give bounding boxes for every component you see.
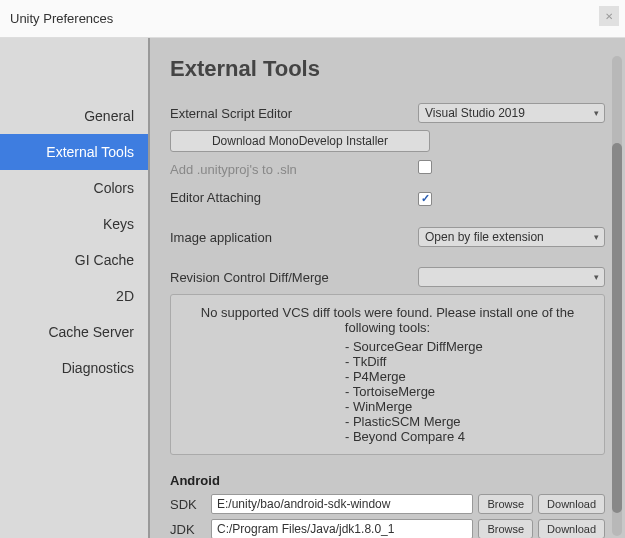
editor-attaching-label: Editor Attaching — [170, 190, 418, 205]
script-editor-value: Visual Studio 2019 — [425, 106, 525, 120]
download-monodevelop-button[interactable]: Download MonoDevelop Installer — [170, 130, 430, 152]
image-app-label: Image application — [170, 230, 418, 245]
jdk-input[interactable]: C:/Program Files/Java/jdk1.8.0_1 — [211, 519, 473, 538]
sidebar-item-colors[interactable]: Colors — [0, 170, 148, 206]
jdk-browse-button[interactable]: Browse — [478, 519, 533, 538]
sidebar-item-cache-server[interactable]: Cache Server — [0, 314, 148, 350]
sdk-browse-button[interactable]: Browse — [478, 494, 533, 514]
sidebar-item-general[interactable]: General — [0, 98, 148, 134]
window-title: Unity Preferences — [10, 11, 113, 26]
revision-control-label: Revision Control Diff/Merge — [170, 270, 418, 285]
sidebar-item-gi-cache[interactable]: GI Cache — [0, 242, 148, 278]
close-button[interactable]: ✕ — [599, 6, 619, 26]
vcs-info-text: No supported VCS diff tools were found. … — [185, 305, 590, 335]
sdk-download-button[interactable]: Download — [538, 494, 605, 514]
sidebar-item-keys[interactable]: Keys — [0, 206, 148, 242]
vcs-tools-list: SourceGear DiffMerge TkDiff P4Merge Tort… — [185, 339, 590, 444]
vcs-info-box: No supported VCS diff tools were found. … — [170, 294, 605, 455]
sidebar-item-external-tools[interactable]: External Tools — [0, 134, 148, 170]
revision-control-dropdown[interactable] — [418, 267, 605, 287]
jdk-download-button[interactable]: Download — [538, 519, 605, 538]
sdk-label: SDK — [170, 497, 206, 512]
script-editor-label: External Script Editor — [170, 106, 418, 121]
sidebar: General External Tools Colors Keys GI Ca… — [0, 38, 150, 538]
editor-attaching-checkbox[interactable] — [418, 192, 432, 206]
image-app-value: Open by file extension — [425, 230, 544, 244]
sdk-input[interactable]: E:/unity/bao/android-sdk-window — [211, 494, 473, 514]
image-app-dropdown[interactable]: Open by file extension — [418, 227, 605, 247]
page-title: External Tools — [170, 56, 605, 82]
jdk-label: JDK — [170, 522, 206, 537]
android-header: Android — [170, 473, 605, 488]
content-panel: External Tools External Script Editor Vi… — [150, 38, 625, 538]
sidebar-item-2d[interactable]: 2D — [0, 278, 148, 314]
titlebar: Unity Preferences ✕ — [0, 0, 625, 38]
add-unityproj-checkbox[interactable] — [418, 160, 432, 174]
close-icon: ✕ — [605, 11, 613, 22]
scrollbar[interactable] — [612, 56, 622, 536]
sidebar-item-diagnostics[interactable]: Diagnostics — [0, 350, 148, 386]
script-editor-dropdown[interactable]: Visual Studio 2019 — [418, 103, 605, 123]
add-unityproj-label: Add .unityproj's to .sln — [170, 162, 418, 177]
scrollbar-thumb[interactable] — [612, 143, 622, 513]
